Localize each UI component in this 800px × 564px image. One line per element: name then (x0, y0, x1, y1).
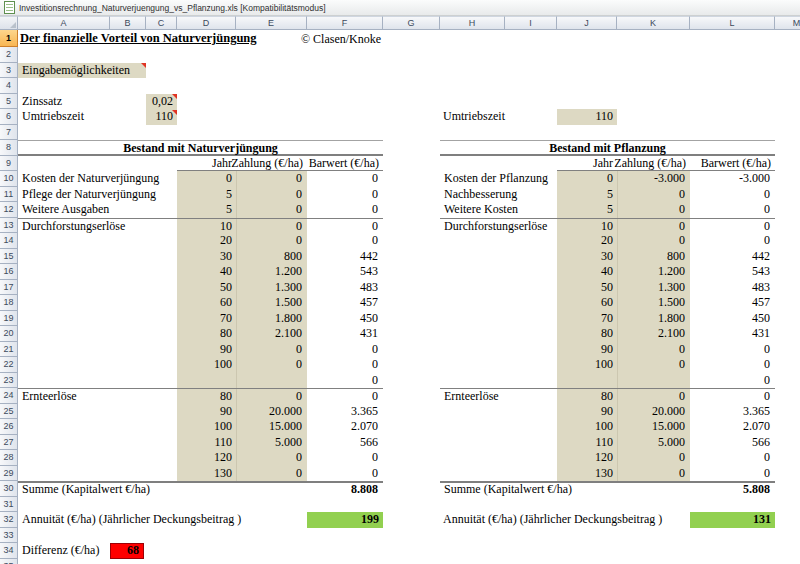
cell-label[interactable] (440, 326, 557, 342)
cell-zahlung[interactable]: 1.300 (617, 280, 690, 296)
row-header-32[interactable]: 32 (0, 512, 18, 528)
cell-barwert[interactable]: 0 (307, 342, 383, 358)
cell-jahr[interactable]: 5 (557, 202, 617, 218)
row-header-11[interactable]: 11 (0, 187, 18, 203)
cell-label[interactable] (440, 295, 557, 311)
cell-zahlung[interactable]: 800 (617, 249, 690, 265)
row-header-27[interactable]: 27 (0, 435, 18, 451)
cell-jahr[interactable]: 80 (177, 326, 236, 342)
umtriebszeit-right-input-cell[interactable]: 110 (557, 109, 617, 125)
cell-zahlung[interactable]: -3.000 (617, 171, 690, 187)
cell-zahlung[interactable] (617, 373, 690, 389)
cell-zahlung[interactable]: 0 (617, 187, 690, 203)
row-header-3[interactable]: 3 (0, 63, 18, 79)
cell-barwert[interactable]: 442 (307, 249, 383, 265)
cell-jahr[interactable]: 0 (557, 171, 617, 187)
row-header-10[interactable]: 10 (0, 171, 18, 187)
difference-label[interactable]: Differenz (€/ha) (22, 543, 99, 559)
cell-barwert[interactable]: 3.365 (690, 404, 775, 420)
cell-barwert[interactable]: 0 (690, 342, 775, 358)
umtriebszeit-right-label[interactable]: Umtriebszeit (443, 109, 505, 125)
cell-zahlung[interactable]: 1.200 (617, 264, 690, 280)
cell-jahr[interactable]: 90 (177, 404, 236, 420)
row-header-35[interactable]: 35 (0, 559, 18, 564)
cell-barwert[interactable]: 457 (690, 295, 775, 311)
cell-label[interactable] (18, 311, 177, 327)
cell-empty[interactable] (18, 156, 177, 172)
cell-label[interactable]: Weitere Ausgaben (18, 202, 177, 218)
cell-zahlung[interactable]: 1.300 (236, 280, 307, 296)
cell-jahr[interactable]: 50 (177, 280, 236, 296)
annuity-label[interactable]: Annuität (€/ha) (Jährlicher Deckungsbeit… (443, 512, 662, 528)
cell-barwert[interactable]: 566 (690, 435, 775, 451)
cell-label[interactable]: Durchforstungserlöse (440, 218, 557, 234)
row-header-12[interactable]: 12 (0, 202, 18, 218)
cell-zahlung[interactable]: 0 (617, 218, 690, 234)
cell-barwert[interactable]: 0 (690, 202, 775, 218)
column-header-jahr[interactable]: Jahr (557, 156, 617, 172)
row-header-18[interactable]: 18 (0, 295, 18, 311)
cell-barwert[interactable]: -3.000 (690, 171, 775, 187)
cell-label[interactable]: Nachbesserung (440, 187, 557, 203)
cell-zahlung[interactable]: 0 (617, 450, 690, 466)
cell-jahr[interactable]: 100 (557, 357, 617, 373)
cell-label[interactable]: Kosten der Naturverjüngung (18, 171, 177, 187)
cell-barwert[interactable]: 0 (690, 450, 775, 466)
cell-label[interactable] (440, 249, 557, 265)
column-header-B[interactable]: B (110, 16, 146, 30)
cell-label[interactable] (440, 450, 557, 466)
column-header-D[interactable]: D (177, 16, 236, 30)
cell-zahlung[interactable]: 0 (617, 233, 690, 249)
row-header-2[interactable]: 2 (0, 47, 18, 63)
annuity-value-cell[interactable]: 199 (307, 512, 383, 528)
cell-barwert[interactable]: 0 (307, 187, 383, 203)
cell-barwert[interactable]: 431 (690, 326, 775, 342)
cell-empty[interactable] (440, 156, 557, 172)
cell-label[interactable] (18, 249, 177, 265)
row-header-4[interactable]: 4 (0, 78, 18, 94)
cell-zahlung[interactable]: 1.500 (617, 295, 690, 311)
cell-label[interactable] (18, 295, 177, 311)
cell-label[interactable] (440, 264, 557, 280)
cell-jahr[interactable]: 0 (177, 171, 236, 187)
cell-label[interactable] (440, 357, 557, 373)
cell-label[interactable]: Durchforstungserlöse (18, 218, 177, 234)
column-header-A[interactable]: A (18, 16, 110, 30)
input-section-label[interactable]: Eingabemöglichkeiten (18, 63, 146, 79)
cell-jahr[interactable]: 100 (557, 419, 617, 435)
cell-jahr[interactable]: 60 (557, 295, 617, 311)
cell-jahr[interactable]: 70 (557, 311, 617, 327)
cell-label[interactable] (440, 404, 557, 420)
worksheet-area[interactable]: Der finanzielle Vorteil von Naturverjüng… (18, 30, 800, 564)
cell-label[interactable]: Weitere Kosten (440, 202, 557, 218)
cell-barwert[interactable]: 450 (307, 311, 383, 327)
row-header-7[interactable]: 7 (0, 125, 18, 141)
cell-barwert[interactable]: 2.070 (307, 419, 383, 435)
cell-barwert[interactable]: 0 (690, 218, 775, 234)
cell-jahr[interactable]: 50 (557, 280, 617, 296)
sum-row[interactable]: Summe (Kapitalwert €/ha) 5.808 (440, 481, 775, 497)
column-header-G[interactable]: G (383, 16, 440, 30)
row-header-28[interactable]: 28 (0, 450, 18, 466)
cell-zahlung[interactable]: 0 (617, 202, 690, 218)
column-header-barwert[interactable]: Barwert (€/ha) (307, 156, 383, 172)
cell-zahlung[interactable]: 5.000 (236, 435, 307, 451)
cell-jahr[interactable] (557, 373, 617, 389)
cell-jahr[interactable]: 20 (177, 233, 236, 249)
cell-jahr[interactable]: 30 (557, 249, 617, 265)
row-header-17[interactable]: 17 (0, 280, 18, 296)
cell-barwert[interactable]: 543 (307, 264, 383, 280)
column-header-L[interactable]: L (690, 16, 775, 30)
table-heading-naturverjuengung[interactable]: Bestand mit Naturverjüngung (18, 140, 383, 156)
cell-barwert[interactable]: 0 (690, 388, 775, 404)
row-header-23[interactable]: 23 (0, 373, 18, 389)
column-header-jahr[interactable]: Jahr (177, 156, 236, 172)
cell-barwert[interactable]: 0 (690, 357, 775, 373)
cell-barwert[interactable]: 483 (690, 280, 775, 296)
cell-label[interactable] (440, 311, 557, 327)
cell-label[interactable] (440, 373, 557, 389)
cell-zahlung[interactable]: 0 (236, 357, 307, 373)
cell-zahlung[interactable]: 0 (236, 233, 307, 249)
cell-label[interactable] (18, 373, 177, 389)
cell-label[interactable] (18, 357, 177, 373)
